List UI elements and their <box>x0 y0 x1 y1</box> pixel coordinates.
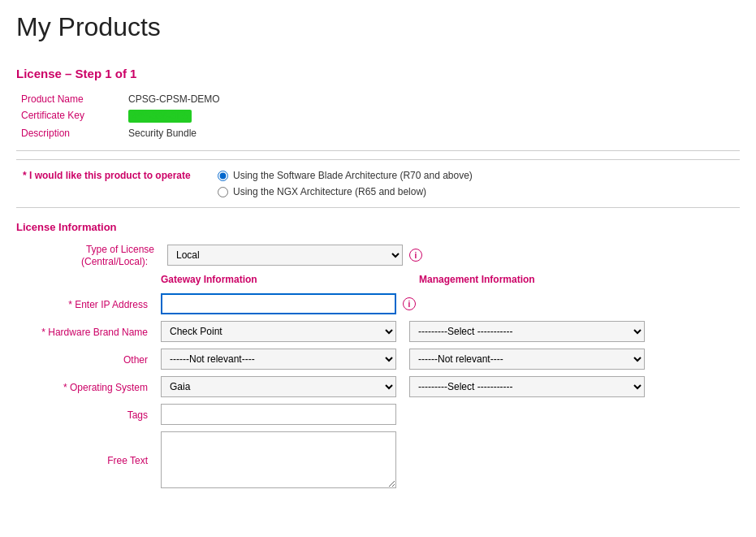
tags-input[interactable] <box>161 404 396 425</box>
description-label: Description <box>18 126 123 141</box>
free-text-row: Free Text <box>16 431 740 488</box>
free-text-textarea[interactable] <box>161 431 396 488</box>
gw-mgmt-header-row: Gateway Information Management Informati… <box>161 274 740 288</box>
divider-1 <box>16 150 740 151</box>
product-info-table: Product Name CPSG-CPSM-DEMO Certificate … <box>16 90 740 142</box>
operate-option1-label: Using the Software Blade Architecture (R… <box>233 170 473 181</box>
license-info-title: License Information <box>16 221 740 233</box>
operate-radio-2[interactable] <box>218 187 228 197</box>
hw-brand-row: * Hardware Brand Name Check Point Other … <box>16 321 740 342</box>
page-container: My Products License – Step 1 of 1 Produc… <box>0 0 756 537</box>
other-select-gw[interactable]: ------Not relevant---- <box>161 349 396 370</box>
hw-label: * Hardware Brand Name <box>41 327 154 338</box>
ip-address-row: * Enter IP Address i <box>16 293 740 314</box>
os-row: * Operating System Gaia SecurePlatform I… <box>16 376 740 397</box>
operate-option2-label: Using the NGX Architecture (R65 and belo… <box>233 186 426 197</box>
tags-row: Tags <box>16 404 740 425</box>
free-text-label: Free Text <box>107 455 154 466</box>
os-select-mgmt[interactable]: ---------Select ----------- <box>409 376 645 397</box>
operate-label: * I would like this product to operate <box>23 170 201 181</box>
gateway-info-label: Gateway Information <box>161 274 396 285</box>
type-of-license-row: Type of License (Central/Local): Local C… <box>16 243 740 267</box>
operate-option2[interactable]: Using the NGX Architecture (R65 and belo… <box>218 186 473 197</box>
type-license-label: Type of License (Central/Local): <box>81 244 154 267</box>
description-value: Security Bundle <box>125 126 738 141</box>
ip-address-input[interactable] <box>161 293 396 314</box>
cert-key-label: Certificate Key <box>18 108 123 124</box>
operate-radio-group: Using the Software Blade Architecture (R… <box>218 170 473 197</box>
cert-key-masked: 4***-336-3E5 <box>128 110 192 123</box>
type-info-icon[interactable]: i <box>409 249 422 262</box>
license-step-title: License – Step 1 of 1 <box>16 67 740 80</box>
hw-brand-select-gw[interactable]: Check Point Other <box>161 321 396 342</box>
tags-label: Tags <box>127 409 154 421</box>
other-select-mgmt[interactable]: ------Not relevant---- <box>409 349 645 370</box>
ip-label: * Enter IP Address <box>68 299 154 310</box>
hw-brand-select-mgmt[interactable]: ---------Select ----------- <box>409 321 645 342</box>
operate-radio-1[interactable] <box>218 171 228 181</box>
product-name-value: CPSG-CPSM-DEMO <box>125 92 738 106</box>
os-select-gw[interactable]: Gaia SecurePlatform IPSO Other <box>161 376 396 397</box>
product-name-label: Product Name <box>18 92 123 106</box>
ip-info-icon[interactable]: i <box>403 297 416 310</box>
other-row: Other ------Not relevant---- ------Not r… <box>16 349 740 370</box>
cert-key-value: 4***-336-3E5 <box>125 108 738 124</box>
license-info-section: License Information Type of License (Cen… <box>16 221 740 488</box>
other-label: Other <box>123 354 154 366</box>
management-info-label: Management Information <box>419 274 654 285</box>
operate-option1[interactable]: Using the Software Blade Architecture (R… <box>218 170 473 181</box>
operate-section: * I would like this product to operate U… <box>16 159 740 208</box>
os-label: * Operating System <box>63 382 154 393</box>
type-license-select[interactable]: Local Central <box>167 245 403 266</box>
page-title: My Products <box>16 12 740 50</box>
